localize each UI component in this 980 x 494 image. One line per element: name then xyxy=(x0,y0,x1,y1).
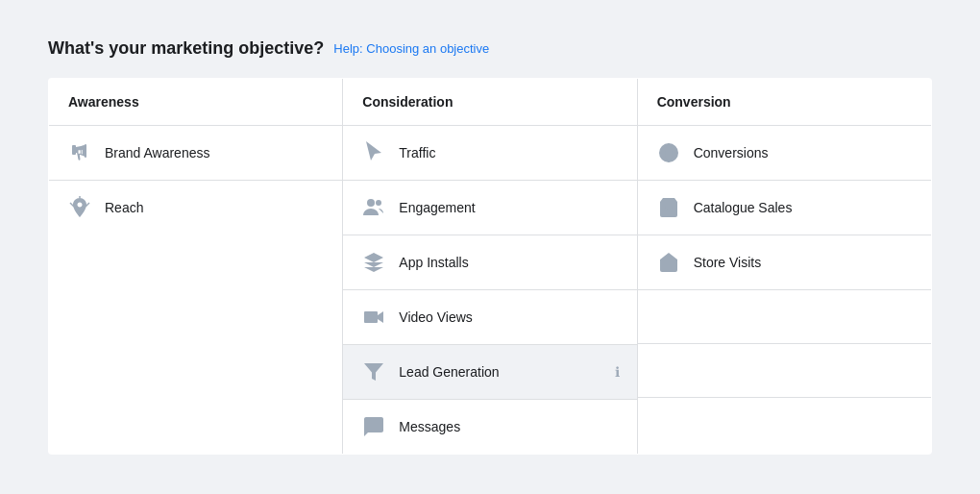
app-installs-label: App Installs xyxy=(399,255,468,270)
column-header-conversion: Conversion xyxy=(637,79,931,126)
column-header-consideration: Consideration xyxy=(343,79,637,126)
traffic-item[interactable]: Traffic xyxy=(343,126,636,181)
brand-awareness-item[interactable]: Brand Awareness xyxy=(49,126,342,181)
reach-item[interactable]: Reach xyxy=(49,181,342,235)
page-title: What's your marketing objective? xyxy=(48,38,324,59)
reach-label: Reach xyxy=(105,200,143,215)
brand-awareness-label: Brand Awareness xyxy=(105,145,209,161)
column-header-awareness: Awareness xyxy=(49,79,343,126)
engagement-icon xyxy=(360,194,387,221)
objectives-table: Awareness Consideration Conversion xyxy=(48,78,932,455)
filter-icon xyxy=(360,358,387,385)
box-icon xyxy=(360,249,387,276)
conversion-cell: Conversions Catalogue Sales xyxy=(637,126,931,455)
help-link[interactable]: Help: Choosing an objective xyxy=(333,41,489,56)
catalogue-sales-label: Catalogue Sales xyxy=(694,200,793,215)
svg-point-3 xyxy=(367,199,375,207)
page-container: What's your marketing objective? Help: C… xyxy=(19,19,961,474)
app-installs-item[interactable]: App Installs xyxy=(343,235,636,290)
info-icon[interactable]: ℹ xyxy=(615,364,620,380)
video-icon xyxy=(360,304,387,331)
engagement-label: Engagement xyxy=(399,200,475,215)
store-icon xyxy=(655,249,682,276)
chat-icon xyxy=(360,413,387,440)
conversions-label: Conversions xyxy=(694,145,769,161)
conversions-item[interactable]: Conversions xyxy=(638,126,931,181)
reach-icon xyxy=(66,194,93,221)
megaphone-icon xyxy=(66,139,93,166)
empty-row-3 xyxy=(638,398,931,452)
svg-point-4 xyxy=(376,200,381,206)
page-header: What's your marketing objective? Help: C… xyxy=(48,38,932,59)
video-views-item[interactable]: Video Views xyxy=(343,290,636,345)
messages-item[interactable]: Messages xyxy=(343,400,636,454)
empty-row-1 xyxy=(638,290,931,344)
globe-icon xyxy=(655,139,682,166)
store-visits-item[interactable]: Store Visits xyxy=(638,235,931,290)
lead-generation-label: Lead Generation xyxy=(399,364,499,380)
svg-rect-5 xyxy=(364,311,378,323)
messages-label: Messages xyxy=(399,419,460,434)
consideration-cell: Traffic Engagement xyxy=(343,126,637,455)
empty-row-2 xyxy=(638,344,931,398)
traffic-label: Traffic xyxy=(399,145,435,161)
catalogue-sales-item[interactable]: Catalogue Sales xyxy=(638,181,931,235)
cart-icon xyxy=(655,194,682,221)
awareness-cell: Brand Awareness Reach xyxy=(49,126,343,455)
cursor-icon xyxy=(360,139,387,166)
lead-generation-item[interactable]: Lead Generation ℹ xyxy=(343,345,636,400)
store-visits-label: Store Visits xyxy=(694,255,762,270)
video-views-label: Video Views xyxy=(399,309,473,325)
engagement-item[interactable]: Engagement xyxy=(343,181,636,235)
